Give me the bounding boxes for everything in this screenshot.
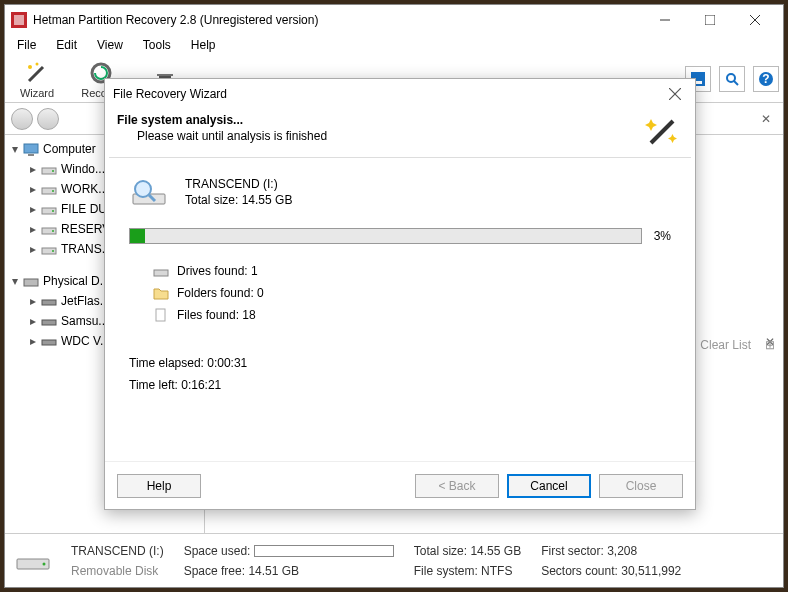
status-total-val: 14.55 GB: [470, 544, 521, 558]
time-info: Time elapsed: 0:00:31 Time left: 0:16:21: [129, 356, 671, 392]
svg-rect-17: [24, 144, 38, 153]
close-button[interactable]: [732, 6, 777, 34]
progress-percent: 3%: [654, 229, 671, 243]
wizard-button[interactable]: Wizard: [9, 57, 65, 101]
hdd-icon: [41, 313, 57, 329]
analysis-drive-size: Total size: 14.55 GB: [185, 193, 292, 207]
menu-file[interactable]: File: [9, 36, 44, 54]
files-found: Files found: 18: [177, 308, 256, 322]
action-clear[interactable]: Clear List: [700, 338, 751, 352]
menu-tools[interactable]: Tools: [135, 36, 179, 54]
status-fs-val: NTFS: [481, 564, 512, 578]
status-total-label: Total size:: [414, 544, 467, 558]
svg-point-20: [52, 170, 54, 172]
svg-rect-32: [42, 340, 56, 345]
chevron-right-icon: ▸: [27, 183, 39, 195]
chevron-right-icon: ▸: [27, 163, 39, 175]
status-free-label: Space free:: [184, 564, 245, 578]
menu-help[interactable]: Help: [183, 36, 224, 54]
svg-point-7: [36, 62, 39, 65]
analysis-drive-name: TRANSCEND (I:): [185, 177, 292, 191]
close-button-dialog: Close: [599, 474, 683, 498]
svg-point-6: [28, 65, 32, 69]
drive-icon: [41, 201, 57, 217]
chevron-right-icon: ▸: [27, 203, 39, 215]
svg-point-38: [135, 181, 151, 197]
magnify-drive-icon: [129, 176, 169, 208]
cancel-button[interactable]: Cancel: [507, 474, 591, 498]
window-title: Hetman Partition Recovery 2.8 (Unregiste…: [33, 13, 642, 27]
menu-edit[interactable]: Edit: [48, 36, 85, 54]
status-bar: TRANSCEND (I:) Removable Disk Space used…: [5, 533, 783, 587]
dialog-footer: Help < Back Cancel Close: [105, 461, 695, 509]
tree-label: Windo...: [61, 162, 105, 176]
svg-point-28: [52, 250, 54, 252]
file-icon: [153, 308, 169, 322]
time-left: Time left: 0:16:21: [129, 378, 671, 392]
nav-forward-icon[interactable]: [37, 108, 59, 130]
back-button: < Back: [415, 474, 499, 498]
panel-close-icon[interactable]: ✕: [755, 112, 777, 126]
svg-point-24: [52, 210, 54, 212]
computer-icon: [23, 141, 39, 157]
svg-line-14: [734, 81, 738, 85]
wizard-label: Wizard: [20, 87, 54, 99]
tree-label: Samsu...: [61, 314, 108, 328]
svg-rect-41: [156, 309, 165, 321]
recovery-wizard-dialog: File Recovery Wizard File system analysi…: [104, 78, 696, 510]
status-drive-type: Removable Disk: [71, 564, 164, 578]
grid-icon[interactable]: ⊞: [765, 338, 775, 352]
drives-found: Drives found: 1: [177, 264, 258, 278]
status-sectors-val: 30,511,992: [621, 564, 681, 578]
dialog-header: File system analysis... Please wait unti…: [105, 109, 695, 157]
drive-small-icon: [153, 264, 169, 278]
svg-point-22: [52, 190, 54, 192]
svg-point-26: [52, 230, 54, 232]
progress-row: 3%: [129, 228, 671, 244]
status-first-val: 3,208: [607, 544, 637, 558]
svg-point-34: [43, 562, 46, 565]
nav-back-icon[interactable]: [11, 108, 33, 130]
wand-sparkle-icon: [643, 113, 683, 149]
app-icon: [11, 12, 27, 28]
dialog-body: TRANSCEND (I:) Total size: 14.55 GB 3% D…: [105, 158, 695, 461]
help-button[interactable]: Help: [117, 474, 201, 498]
chevron-right-icon: ▸: [27, 315, 39, 327]
chevron-right-icon: ▸: [27, 223, 39, 235]
minimize-button[interactable]: [642, 6, 687, 34]
svg-rect-1: [14, 15, 24, 25]
chevron-right-icon: ▸: [27, 335, 39, 347]
folder-icon: [153, 286, 169, 300]
hdd-icon: [41, 333, 57, 349]
tree-label: Physical D...: [43, 274, 110, 288]
maximize-button[interactable]: [687, 6, 732, 34]
analysis-stats: Drives found: 1 Folders found: 0 Files f…: [129, 264, 671, 322]
status-fs-label: File system:: [414, 564, 478, 578]
drive-icon: [41, 161, 57, 177]
drive-icon: [41, 181, 57, 197]
time-elapsed: Time elapsed: 0:00:31: [129, 356, 671, 370]
tree-label: JetFlas...: [61, 294, 110, 308]
status-used-label: Space used:: [184, 544, 251, 558]
status-sectors-label: Sectors count:: [541, 564, 618, 578]
drive-icon: [41, 221, 57, 237]
search-button[interactable]: [719, 66, 745, 92]
dialog-heading: File system analysis...: [117, 113, 643, 127]
title-bar: Hetman Partition Recovery 2.8 (Unregiste…: [5, 5, 783, 35]
status-first-label: First sector:: [541, 544, 604, 558]
progress-bar: [129, 228, 642, 244]
folders-found: Folders found: 0: [177, 286, 264, 300]
chevron-down-icon: ▾: [9, 275, 21, 287]
hdd-icon: [41, 293, 57, 309]
wand-icon: [25, 61, 49, 85]
dialog-titlebar: File Recovery Wizard: [105, 79, 695, 109]
progress-fill: [130, 229, 145, 243]
svg-rect-10: [157, 74, 173, 76]
dialog-close-icon[interactable]: [663, 82, 687, 106]
help-icon-button[interactable]: ?: [753, 66, 779, 92]
space-used-bar: [254, 545, 394, 557]
svg-rect-18: [28, 154, 34, 156]
dialog-title: File Recovery Wizard: [113, 87, 663, 101]
menu-view[interactable]: View: [89, 36, 131, 54]
svg-point-13: [727, 74, 735, 82]
